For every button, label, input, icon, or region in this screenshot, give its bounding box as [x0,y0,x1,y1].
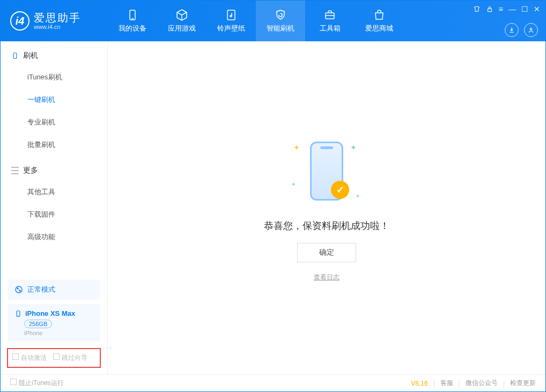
tab-smart-flash[interactable]: 智能刷机 [256,1,305,41]
group-title: 更多 [23,166,38,175]
checkbox-block-itunes[interactable]: 阻止iTunes运行 [10,379,64,388]
device-storage-badge: 256GB [24,320,52,328]
bag-icon [373,9,386,21]
bottom-options-highlight: 自动激活 跳过向导 [7,348,101,368]
tab-my-device[interactable]: 我的设备 [108,1,157,41]
logo-area[interactable]: i4 爱思助手 www.i4.cn [1,11,108,31]
sidebar: 刷机 iTunes刷机 一键刷机 专业刷机 批量刷机 更多 其他工具 下载固件 … [1,41,108,374]
sidebar-item-pro-flash[interactable]: 专业刷机 [1,111,107,134]
title-bar-controls: ≡ — ☐ ✕ [473,5,540,13]
sparkle-icon: ✦ [293,143,300,152]
sidebar-item-oneclick-flash[interactable]: 一键刷机 [1,88,107,111]
check-badge-icon: ✓ [331,181,349,199]
tab-label: 应用游戏 [168,24,196,33]
phone-icon [11,52,19,60]
nav-tabs: 我的设备 应用游戏 铃声壁纸 智能刷机 工具箱 爱思商城 [108,1,404,41]
tab-label: 铃声壁纸 [217,24,245,33]
tab-store[interactable]: 爱思商城 [355,1,404,41]
tab-label: 爱思商城 [365,24,393,33]
sparkle-icon: ✦ [291,181,296,187]
svg-point-13 [19,290,20,291]
status-icon [14,285,23,294]
menu-icon[interactable]: ≡ [499,5,503,13]
logo-subtitle: www.i4.cn [34,24,81,30]
footer-link-support[interactable]: 客服 [440,379,453,388]
tab-label: 智能刷机 [267,24,294,33]
svg-rect-7 [488,9,491,11]
minimize-icon[interactable]: — [508,5,516,13]
view-log-link[interactable]: 查看日志 [314,273,340,282]
status-mode-card[interactable]: 正常模式 [8,279,100,300]
footer-link-update[interactable]: 检查更新 [510,379,536,388]
shield-refresh-icon [274,9,287,21]
app-window: i4 爱思助手 www.i4.cn 我的设备 应用游戏 铃声壁纸 智能刷机 [0,0,546,392]
menu-icon [11,167,19,174]
tab-label: 工具箱 [320,24,341,33]
checkbox-auto-activate[interactable]: 自动激活 [12,353,47,363]
main-content: ✦ ✦ ✦ ✦ ✓ 恭喜您，保资料刷机成功啦！ 确定 查看日志 [108,41,545,374]
tab-label: 我的设备 [119,24,146,33]
confirm-button[interactable]: 确定 [297,243,356,262]
logo-icon: i4 [10,11,29,31]
sidebar-item-itunes-flash[interactable]: iTunes刷机 [1,66,107,88]
svg-point-12 [17,288,18,289]
svg-point-11 [16,286,22,293]
maximize-icon[interactable]: ☐ [521,5,528,13]
logo-title: 爱思助手 [34,12,81,24]
sparkle-icon: ✦ [350,143,357,152]
tab-apps-games[interactable]: 应用游戏 [157,1,206,41]
status-mode-text: 正常模式 [27,285,55,294]
sidebar-item-batch-flash[interactable]: 批量刷机 [1,134,107,156]
close-icon[interactable]: ✕ [534,5,540,13]
tshirt-icon[interactable] [473,5,481,13]
footer-link-wechat[interactable]: 微信公众号 [466,379,498,388]
footer: 阻止iTunes运行 V8.16 | 客服 | 微信公众号 | 检查更新 [1,374,545,391]
sidebar-item-download-firmware[interactable]: 下载固件 [1,203,107,226]
tab-ringtone-wallpaper[interactable]: 铃声壁纸 [206,1,256,41]
sidebar-group-more: 更多 [1,156,107,181]
download-button[interactable] [505,23,519,37]
device-type-text: iPhone [24,330,93,336]
svg-point-4 [230,16,232,17]
svg-point-9 [530,28,532,31]
cube-icon [175,9,188,21]
sidebar-item-other-tools[interactable]: 其他工具 [1,181,107,203]
success-message: 恭喜您，保资料刷机成功啦！ [264,219,389,232]
device-card[interactable]: iPhone XS Max 256GB iPhone [8,304,100,342]
toolbox-icon [323,9,336,21]
music-file-icon [225,9,238,21]
device-icon [126,9,139,21]
sidebar-group-flash: 刷机 [1,41,107,66]
phone-icon [14,310,22,317]
group-title: 刷机 [23,51,38,61]
device-name-text: iPhone XS Max [25,309,75,317]
sparkle-icon: ✦ [356,193,360,199]
lock-icon[interactable] [486,5,493,13]
header: i4 爱思助手 www.i4.cn 我的设备 应用游戏 铃声壁纸 智能刷机 [1,1,545,41]
checkbox-skip-guide[interactable]: 跳过向导 [53,353,87,363]
header-right-controls [505,23,538,37]
success-illustration: ✦ ✦ ✦ ✦ ✓ [273,134,380,209]
svg-rect-10 [13,53,17,59]
version-text: V8.16 [411,380,427,387]
body: 刷机 iTunes刷机 一键刷机 专业刷机 批量刷机 更多 其他工具 下载固件 … [1,41,545,374]
tab-toolbox[interactable]: 工具箱 [305,1,355,41]
user-button[interactable] [524,23,538,37]
sidebar-item-advanced[interactable]: 高级功能 [1,226,107,248]
